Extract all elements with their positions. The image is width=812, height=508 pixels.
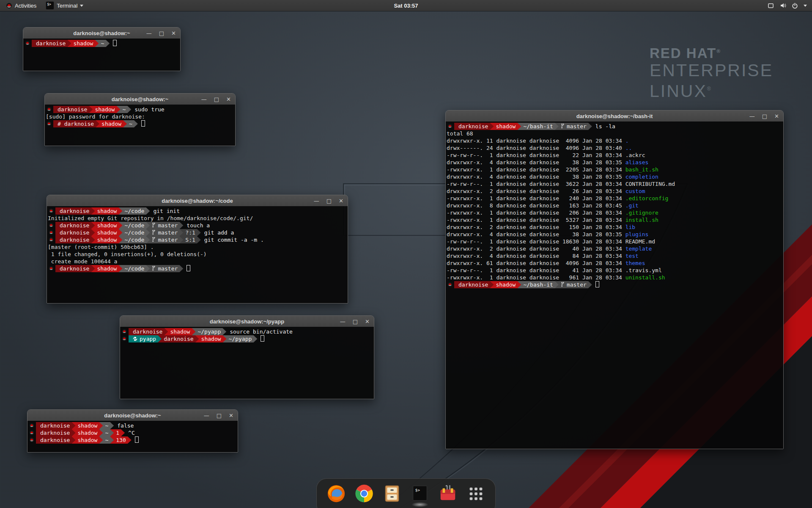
output-text: bash_it.sh [625,166,658,173]
git-branch-icon [561,123,565,129]
output-text: -rwxrwxr-x. 1 darknoise darknoise 961 Ja… [447,274,625,281]
app-menu-terminal[interactable]: $> Terminal [42,0,87,11]
output-text: custom [625,188,645,194]
dock-icon-toolbox[interactable] [438,483,458,504]
branding-line2: ENTERPRISE [650,61,773,80]
maximize-button[interactable]: □ [353,319,358,324]
window-titlebar[interactable]: darknoise@shadow:~ — □ ✕ [23,28,180,39]
prompt-segment-user: # darknoise [53,120,99,127]
maximize-button[interactable]: □ [214,97,219,102]
dock-icon-app-grid[interactable] [466,483,486,504]
toolbox-icon [438,484,458,503]
prompt-segment-branch: master [146,236,183,243]
prompt-segment-path: ~/pyapp [192,328,226,335]
window-titlebar[interactable]: darknoise@shadow:~/bash-it — □ ✕ [446,110,783,121]
terminal-window: darknoise@shadow:~/pyapp — □ ✕ darknoise… [120,315,374,399]
minimize-button[interactable]: — [201,97,207,102]
maximize-button[interactable]: □ [326,198,332,204]
terminal-line: total 68 [447,130,782,137]
close-button[interactable]: ✕ [774,113,779,119]
maximize-button[interactable]: □ [762,113,767,119]
terminal-content[interactable]: darknoiseshadow~ [23,39,180,71]
redhat-prompt-icon [49,237,54,242]
close-button[interactable]: ✕ [171,30,176,36]
prompt-segment-user: darknoise [53,106,93,113]
git-branch-icon [152,265,156,271]
activities-label: Activities [15,3,36,9]
command-text: false [117,422,134,429]
close-button[interactable]: ✕ [229,413,233,418]
prompt-segment-user: darknoise [36,436,75,444]
output-text: aliases [625,159,649,166]
minimize-button[interactable]: — [314,198,319,204]
terminal-line: drwxrwxr-x. 2 darknoise darknoise 40 Jan… [447,245,782,252]
redhat-prompt-icon [47,121,52,126]
output-text: [master (root-commit) 50bcb63] . [48,244,154,250]
terminal-content[interactable]: darknoiseshadow~sudo true[sudo] password… [45,105,235,146]
terminal-content[interactable]: darknoiseshadow~/codegit initInitialized… [47,206,348,303]
output-text: .gitignore [625,210,658,216]
terminal-line: drwxrwxr-x. 8 darknoise darknoise 163 Ja… [447,202,782,209]
output-text: drwxrwxr-x. 2 darknoise darknoise 150 Ja… [447,224,625,230]
dock-icon-firefox[interactable] [326,483,346,504]
window-titlebar[interactable]: darknoise@shadow:~ — □ ✕ [45,94,235,105]
terminal-line: drwxrwxr-x. 61 darknoise darknoise 4096 … [447,260,782,267]
close-button[interactable]: ✕ [339,198,343,204]
clock[interactable]: Sat 03:57 [394,3,418,9]
window-titlebar[interactable]: darknoise@shadow:~ — □ ✕ [27,410,238,421]
dock-icon-chrome[interactable] [354,483,374,504]
prompt-segment-path: ~/bash-it [517,281,558,288]
redhat-logo-icon [6,3,12,9]
output-text: drwxrwxr-x. 2 darknoise darknoise 26 Jan… [447,188,625,194]
window-titlebar[interactable]: darknoise@shadow:~/code — □ ✕ [47,195,348,206]
maximize-button[interactable]: □ [159,30,164,36]
output-text: drwxrwxr-x. 11 darknoise darknoise 4096 … [447,138,625,144]
close-button[interactable]: ✕ [226,97,231,102]
output-text: . [625,138,629,144]
dock-icon-terminal[interactable]: $> [410,483,430,504]
terminal-content[interactable]: darknoiseshadow~/bash-itmasterls -latota… [446,121,783,449]
terminal-window: darknoise@shadow:~ — □ ✕ darknoiseshadow… [27,409,238,453]
terminal-line: -rw-rw-r--. 1 darknoise darknoise 22 Jan… [447,152,782,159]
prompt-segment-path: ~/code [118,229,150,236]
output-text: test [625,253,639,259]
terminal-line: drwx------. 24 darknoise darknoise 4096 … [447,144,782,152]
prompt-segment-path: ~/pyapp [223,335,258,342]
activities-button[interactable]: Activities [3,0,39,11]
output-text: -rw-rw-r--. 1 darknoise darknoise 3622 J… [447,181,625,187]
terminal-cursor [113,40,117,46]
output-text: .ackrc [625,152,645,158]
minimize-button[interactable]: — [146,30,152,36]
prompt-segment-user: darknoise [55,265,95,272]
output-text: -rwxrwxr-x. 1 darknoise darknoise 240 Ja… [447,195,625,202]
window-title: darknoise@shadow:~/bash-it [576,113,653,119]
output-text: drwxrwxr-x. 4 darknoise darknoise 38 Jan… [447,174,625,180]
redhat-prompt-icon [25,41,30,46]
command-text: git add a [204,229,234,236]
files-icon [382,484,402,503]
terminal-line: create mode 100644 a [48,258,347,265]
window-title: darknoise@shadow:~ [73,30,130,36]
minimize-button[interactable]: — [749,113,755,119]
prompt-segment-host: shadow [490,123,521,130]
terminal-content[interactable]: darknoiseshadow~falsedarknoiseshadow~1^C… [27,421,238,452]
output-text: install.sh [625,217,658,223]
prompt-segment-host: shadow [91,265,122,272]
system-status-area[interactable] [765,0,809,11]
terminal-content[interactable]: darknoiseshadow~/pyappsource bin/activat… [120,327,374,399]
terminal-line: darknoiseshadow~/codemastertouch a [48,222,347,229]
terminal-line: -rwxrwxr-x. 1 darknoise darknoise 240 Ja… [447,195,782,202]
minimize-button[interactable]: — [340,319,346,324]
prompt-segment-user: darknoise [55,236,95,243]
chevron-down-icon [804,5,807,7]
dock-icon-files[interactable] [382,483,402,504]
prompt-segment-branch: master [555,123,592,130]
terminal-cursor [595,281,599,287]
terminal-cursor [141,120,145,127]
window-titlebar[interactable]: darknoise@shadow:~/pyapp — □ ✕ [120,316,374,327]
close-button[interactable]: ✕ [365,319,370,324]
maximize-button[interactable]: □ [217,413,222,418]
minimize-button[interactable]: — [204,413,209,418]
redhat-prompt-icon [49,230,54,235]
command-text: git commit -a -m . [204,237,264,243]
